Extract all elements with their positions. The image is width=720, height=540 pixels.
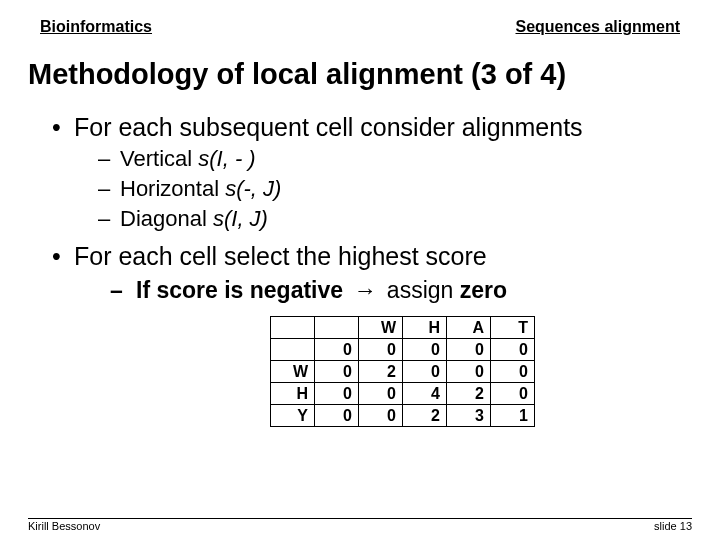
- rule-zero: zero: [460, 277, 507, 303]
- cell: 0: [447, 339, 491, 361]
- bullet-text: For each cell select the highest score: [74, 242, 487, 271]
- header-right: Sequences alignment: [516, 18, 681, 36]
- col-header: [315, 317, 359, 339]
- table-row: H 0 0 4 2 0: [271, 383, 535, 405]
- subbullet-vertical: – Vertical s(I, - ): [20, 144, 700, 174]
- cell: 0: [359, 405, 403, 427]
- formula: s(-, J): [225, 176, 281, 201]
- col-header: H: [403, 317, 447, 339]
- bullet-select-highest: • For each cell select the highest score: [20, 234, 700, 273]
- formula: s(I, J): [213, 206, 268, 231]
- bullet-dash-icon: –: [98, 176, 120, 202]
- cell: 2: [447, 383, 491, 405]
- bullet-dot-icon: •: [52, 242, 74, 271]
- cell: 0: [447, 361, 491, 383]
- slide-title: Methodology of local alignment (3 of 4): [0, 40, 720, 101]
- footer-divider: [28, 518, 692, 519]
- cell: 0: [491, 361, 535, 383]
- cell: 3: [447, 405, 491, 427]
- row-header: Y: [271, 405, 315, 427]
- cell: 0: [315, 339, 359, 361]
- cell: 0: [491, 339, 535, 361]
- cell: 0: [315, 361, 359, 383]
- table-row: W 0 2 0 0 0: [271, 361, 535, 383]
- col-header: T: [491, 317, 535, 339]
- bullet-dot-icon: •: [52, 113, 74, 142]
- cell: 2: [359, 361, 403, 383]
- label: Horizontal: [120, 176, 225, 201]
- row-header: [271, 339, 315, 361]
- arrow-right-icon: →: [349, 277, 380, 303]
- subbullet-diagonal: – Diagonal s(I, J): [20, 204, 700, 234]
- table-row: 0 0 0 0 0: [271, 339, 535, 361]
- label: Vertical: [120, 146, 198, 171]
- cell: 0: [315, 383, 359, 405]
- rule-part-b: assign: [380, 277, 459, 303]
- score-matrix: W H A T 0 0 0 0 0 W 0 2 0 0 0: [20, 306, 700, 427]
- footer-author: Kirill Bessonov: [28, 520, 100, 532]
- slide-header: Bioinformatics Sequences alignment: [0, 0, 720, 40]
- bullet-dash-icon: –: [98, 206, 120, 232]
- subbullet-horizontal: – Horizontal s(-, J): [20, 174, 700, 204]
- bullet-dash-icon: –: [110, 277, 136, 304]
- footer-slide-number: slide 13: [654, 520, 692, 532]
- cell: 2: [403, 405, 447, 427]
- cell: 0: [315, 405, 359, 427]
- col-header: A: [447, 317, 491, 339]
- slide-footer: Kirill Bessonov slide 13: [0, 520, 720, 532]
- rule-part-a: If score is negative: [136, 277, 349, 303]
- cell: 1: [491, 405, 535, 427]
- cell: 0: [491, 383, 535, 405]
- cell: 0: [359, 339, 403, 361]
- formula: s(I, - ): [198, 146, 255, 171]
- header-left: Bioinformatics: [40, 18, 152, 36]
- cell: 0: [403, 361, 447, 383]
- subbullet-text: Horizontal s(-, J): [120, 176, 281, 202]
- subbullet-text: Vertical s(I, - ): [120, 146, 256, 172]
- bullet-text: For each subsequent cell consider alignm…: [74, 113, 583, 142]
- col-header: [271, 317, 315, 339]
- label: Diagonal: [120, 206, 213, 231]
- row-header: H: [271, 383, 315, 405]
- row-header: W: [271, 361, 315, 383]
- subbullet-text: If score is negative → assign zero: [136, 277, 507, 304]
- subbullet-negative-zero: – If score is negative → assign zero: [20, 273, 700, 306]
- slide-body: • For each subsequent cell consider alig…: [0, 101, 720, 427]
- cell: 4: [403, 383, 447, 405]
- table-row: Y 0 0 2 3 1: [271, 405, 535, 427]
- bullet-consider-alignments: • For each subsequent cell consider alig…: [20, 105, 700, 144]
- table-header-row: W H A T: [271, 317, 535, 339]
- cell: 0: [359, 383, 403, 405]
- col-header: W: [359, 317, 403, 339]
- cell: 0: [403, 339, 447, 361]
- bullet-dash-icon: –: [98, 146, 120, 172]
- subbullet-text: Diagonal s(I, J): [120, 206, 268, 232]
- score-table: W H A T 0 0 0 0 0 W 0 2 0 0 0: [270, 316, 535, 427]
